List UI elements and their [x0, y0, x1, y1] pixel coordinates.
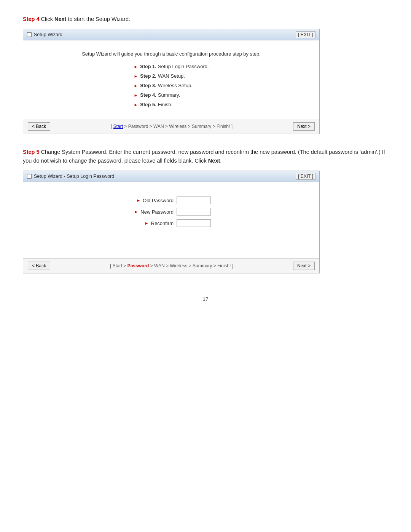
reconfirm-input[interactable] [177, 219, 211, 227]
wizard-body-2: ► Old Password ► New Password ► Reconfir… [23, 182, 319, 258]
wizard-icon-1 [27, 32, 32, 37]
reconfirm-label: ► Reconfirm [132, 220, 174, 226]
arrow-icon-4: ► [134, 93, 138, 97]
wizard-exit-2[interactable]: [ EXIT ] [296, 173, 315, 180]
next-button-1[interactable]: Next > [293, 122, 315, 131]
page-number: 17 [23, 296, 388, 302]
wizard-footer-2: < Back [ Start > Password > WAN > Wirele… [23, 258, 319, 273]
footer-nav-2: [ Start > Password > WAN > Wireless > Su… [50, 263, 293, 268]
list-item: ► Step 5. Finish. [134, 102, 209, 107]
old-password-input[interactable] [177, 197, 211, 204]
new-password-label: ► New Password [132, 209, 174, 215]
wizard-intro-text: Setup Wizard will guide you through a ba… [31, 51, 312, 57]
list-item: ► Step 2. WAN Setup. [134, 73, 209, 79]
old-password-label: ► Old Password [132, 198, 174, 203]
list-item: ► Step 4. Summary. [134, 92, 209, 98]
footer-start-link[interactable]: Start [113, 124, 123, 129]
wizard-title-1: Setup Wizard [34, 32, 62, 37]
step4-heading: Step 4 Click Next to start the Setup Wiz… [23, 15, 388, 24]
wizard-footer-1: < Back [ Start > Password > WAN > Wirele… [23, 119, 319, 134]
password-form: ► Old Password ► New Password ► Reconfir… [31, 197, 312, 227]
step5-heading: Step 5 Change System Password. Enter the… [23, 148, 388, 165]
wizard-title-2: Setup Wizard - Setup Login Password [34, 174, 114, 179]
active-step-password: Password [127, 263, 149, 268]
back-button-1[interactable]: < Back [28, 122, 50, 131]
wizard-body-1: Setup Wizard will guide you through a ba… [23, 40, 319, 119]
arrow-icon-1: ► [134, 64, 138, 69]
arrow-icon-3: ► [134, 83, 138, 88]
reconfirm-row: ► Reconfirm [132, 219, 211, 227]
arrow-icon-old: ► [136, 198, 140, 203]
arrow-icon-new: ► [134, 209, 138, 214]
arrow-icon-5: ► [134, 102, 138, 107]
list-item: ► Step 1. Setup Login Password. [134, 64, 209, 69]
step4-label: Step 4 [23, 16, 40, 22]
wizard-steps-list: ► Step 1. Setup Login Password. ► Step 2… [134, 64, 209, 107]
setup-wizard-panel-1: Setup Wizard [ EXIT ] Setup Wizard will … [23, 29, 320, 134]
next-button-2[interactable]: Next > [293, 262, 315, 270]
old-password-row: ► Old Password [132, 197, 211, 204]
new-password-input[interactable] [177, 208, 211, 216]
arrow-icon-reconfirm: ► [145, 221, 149, 225]
wizard-titlebar-left-2: Setup Wizard - Setup Login Password [27, 174, 114, 179]
new-password-row: ► New Password [132, 208, 211, 216]
back-button-2[interactable]: < Back [28, 262, 50, 270]
footer-nav-1: [ Start > Password > WAN > Wireless > Su… [50, 124, 293, 129]
wizard-icon-2 [27, 174, 32, 179]
wizard-titlebar-left-1: Setup Wizard [27, 32, 62, 37]
wizard-titlebar-2: Setup Wizard - Setup Login Password [ EX… [23, 171, 319, 182]
wizard-titlebar-1: Setup Wizard [ EXIT ] [23, 29, 319, 40]
arrow-icon-2: ► [134, 74, 138, 78]
setup-wizard-panel-2: Setup Wizard - Setup Login Password [ EX… [23, 171, 320, 273]
step5-label: Step 5 [23, 149, 40, 155]
wizard-exit-1[interactable]: [ EXIT ] [296, 31, 315, 38]
list-item: ► Step 3. Wireless Setup. [134, 83, 209, 88]
